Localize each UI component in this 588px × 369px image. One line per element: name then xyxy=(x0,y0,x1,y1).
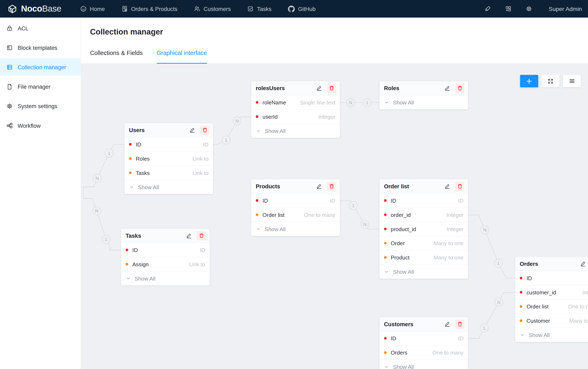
red-field-dot xyxy=(384,199,387,202)
nav-item-github[interactable]: GitHub xyxy=(288,5,315,12)
collection-card-tasks: TasksIDIDAssignLink toShow All xyxy=(121,229,210,285)
ui-editor-button[interactable] xyxy=(485,6,491,12)
red-field-dot xyxy=(520,277,522,279)
field-name: Order list xyxy=(262,212,285,218)
er-diagram-canvas[interactable]: N1N11NN11NN1N1rolesUsersroleNameSingle l… xyxy=(81,64,588,369)
field-name: Order xyxy=(391,240,405,246)
show-all-toggle[interactable]: Show All xyxy=(125,180,213,194)
cardinality-badge xyxy=(105,149,113,157)
sidebar-item-acl[interactable]: ACL xyxy=(0,20,81,37)
page-title: Collection manager xyxy=(90,27,579,37)
edit-collection-button[interactable] xyxy=(443,319,452,329)
sidebar-item-collection-manager[interactable]: Collection manager xyxy=(0,59,81,76)
sidebar-item-label: Workflow xyxy=(18,122,41,129)
red-field-dot xyxy=(256,101,258,104)
nav-item-tasks[interactable]: Tasks xyxy=(247,6,272,12)
sidebar-item-file-manager[interactable]: File manager xyxy=(0,78,81,95)
sidebar-item-workflow[interactable]: Workflow xyxy=(0,117,81,134)
edit-collection-button[interactable] xyxy=(188,126,197,135)
show-all-toggle[interactable]: Show All xyxy=(379,265,468,279)
delete-collection-button[interactable] xyxy=(455,319,464,329)
edit-collection-button[interactable] xyxy=(443,182,452,191)
logo[interactable]: NocoBase xyxy=(8,4,61,14)
delete-collection-button[interactable] xyxy=(327,182,336,191)
edit-icon xyxy=(444,183,450,189)
field-name: Customer xyxy=(526,318,550,324)
file-manager-icon xyxy=(6,83,13,90)
show-all-toggle[interactable]: Show All xyxy=(121,271,210,285)
show-all-toggle[interactable]: Show All xyxy=(515,328,588,342)
github-icon xyxy=(288,5,295,12)
delete-collection-button[interactable] xyxy=(197,231,206,240)
sidebar-item-block-templates[interactable]: Block templates xyxy=(0,39,81,56)
nav-item-customers[interactable]: Customers xyxy=(194,6,231,12)
sidebar-item-system-settings[interactable]: System settings xyxy=(0,97,81,115)
nav-item-label: Home xyxy=(90,6,105,12)
field-name: customer_id xyxy=(526,289,556,295)
show-all-toggle[interactable]: Show All xyxy=(379,96,468,109)
system-settings-icon xyxy=(6,103,13,109)
edit-collection-button[interactable] xyxy=(443,84,452,93)
orange-field-dot xyxy=(384,351,387,354)
field-row: IDID xyxy=(515,271,588,285)
orange-field-dot xyxy=(256,213,258,216)
show-all-toggle[interactable]: Show All xyxy=(379,360,468,369)
collection-actions xyxy=(188,126,209,135)
plugin-blocks-button[interactable] xyxy=(505,6,512,12)
red-field-dot xyxy=(520,291,522,294)
add-collection-button[interactable] xyxy=(520,75,538,87)
trash-icon xyxy=(202,127,208,133)
show-all-label: Show All xyxy=(265,226,286,232)
field-row: order_idInteger xyxy=(379,208,468,222)
nav-item-orders-products[interactable]: Orders & Products xyxy=(121,6,178,12)
connector-customers-orders xyxy=(468,292,515,339)
collection-card-header: Users xyxy=(125,123,213,138)
menu-button[interactable] xyxy=(563,75,581,87)
user-menu[interactable]: Super Admin xyxy=(549,5,582,12)
delete-collection-button[interactable] xyxy=(327,84,336,93)
edit-collection-button[interactable] xyxy=(315,182,324,191)
connector-orderlist-orders xyxy=(468,215,515,278)
field-name: Roles xyxy=(136,156,150,162)
page-header: Collection manager Collections & FieldsG… xyxy=(81,18,588,64)
settings-button[interactable] xyxy=(526,6,532,12)
field-type: ID xyxy=(197,247,205,253)
field-name: userId xyxy=(262,114,278,120)
trash-icon xyxy=(457,321,462,327)
collection-title: Orders xyxy=(520,261,578,267)
red-field-dot xyxy=(256,199,258,202)
delete-collection-button[interactable] xyxy=(455,182,464,191)
cardinality-badge xyxy=(494,259,503,267)
nav-item-label: GitHub xyxy=(298,6,316,12)
field-type: Many to one xyxy=(431,240,463,246)
red-field-dot xyxy=(256,115,258,118)
show-all-toggle[interactable]: Show All xyxy=(251,124,340,138)
collection-card-header: Orders xyxy=(515,257,588,271)
delete-collection-button[interactable] xyxy=(200,126,209,135)
field-type: Integer xyxy=(579,289,588,295)
field-name: ID xyxy=(136,141,141,147)
fullscreen-icon xyxy=(547,78,553,84)
field-name: ID xyxy=(391,197,396,203)
sidebar-item-label: System settings xyxy=(18,103,57,109)
collection-actions xyxy=(443,319,464,329)
delete-collection-button[interactable] xyxy=(455,84,464,93)
trash-icon xyxy=(457,85,462,91)
tab-graphical-interface[interactable]: Graphical interface xyxy=(157,49,207,63)
red-field-dot xyxy=(384,228,387,230)
edit-collection-button[interactable] xyxy=(579,259,588,268)
acl-icon xyxy=(6,25,13,31)
edit-collection-button[interactable] xyxy=(184,231,193,240)
edit-collection-button[interactable] xyxy=(315,84,324,93)
fullscreen-button[interactable] xyxy=(541,75,559,87)
field-row: userIdInteger xyxy=(251,110,340,124)
show-all-label: Show All xyxy=(265,128,286,134)
settings-icon xyxy=(526,6,532,12)
ui-editor-icon xyxy=(485,6,491,12)
nav-item-home[interactable]: Home xyxy=(80,6,105,12)
field-row: IDID xyxy=(379,331,468,346)
chevron-down-icon xyxy=(256,226,261,231)
show-all-toggle[interactable]: Show All xyxy=(251,222,340,236)
cardinality-badge xyxy=(480,324,488,332)
tab-collections-fields[interactable]: Collections & Fields xyxy=(90,49,143,63)
